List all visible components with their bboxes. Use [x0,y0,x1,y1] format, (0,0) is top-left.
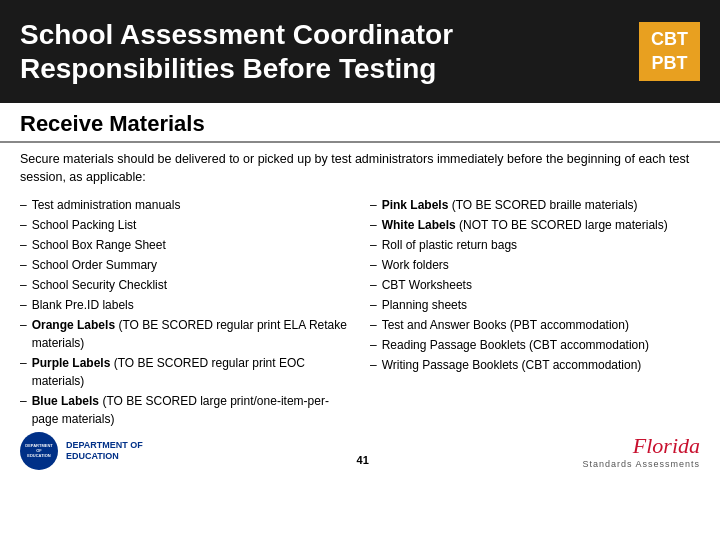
list-item: – Orange Labels (TO BE SCORED regular pr… [20,316,350,352]
list-item: – Test administration manuals [20,196,350,214]
header: School Assessment Coordinator Responsibi… [0,0,720,103]
right-column: – Pink Labels (TO BE SCORED braille mate… [370,196,700,430]
list-item: – School Box Range Sheet [20,236,350,254]
dash-icon: – [20,196,27,214]
section-description: Secure materials should be delivered to … [0,147,720,192]
florida-logo: Florida Standards Assessments [582,433,700,469]
dash-icon: – [20,236,27,254]
dash-icon: – [20,216,27,234]
svg-text:EDUCATION: EDUCATION [27,453,51,458]
edu-logo-svg: DEPARTMENT OF EDUCATION [24,436,54,466]
dash-icon: – [370,316,377,334]
list-item: – Writing Passage Booklets (CBT accommod… [370,356,700,374]
list-item: – Pink Labels (TO BE SCORED braille mate… [370,196,700,214]
dash-icon: – [20,276,27,294]
section-title: Receive Materials [0,103,720,143]
dash-icon: – [370,196,377,214]
education-logo: DEPARTMENT OF EDUCATION [20,432,58,470]
list-item: – Purple Labels (TO BE SCORED regular pr… [20,354,350,390]
list-item: – Roll of plastic return bags [370,236,700,254]
list-item: – Blank Pre.ID labels [20,296,350,314]
list-item: – School Order Summary [20,256,350,274]
dash-icon: – [20,296,27,314]
dash-icon: – [370,276,377,294]
list-item: – School Packing List [20,216,350,234]
footer-left: DEPARTMENT OF EDUCATION DEPARTMENT OFEDU… [20,432,143,470]
page-number: 41 [357,454,369,466]
dash-icon: – [370,216,377,234]
dash-icon: – [370,336,377,354]
dash-icon: – [370,296,377,314]
dash-icon: – [370,256,377,274]
dash-icon: – [20,354,27,372]
footer: DEPARTMENT OF EDUCATION DEPARTMENT OFEDU… [0,430,720,470]
list-item: – Reading Passage Booklets (CBT accommod… [370,336,700,354]
list-item: – Work folders [370,256,700,274]
dash-icon: – [370,356,377,374]
left-column: – Test administration manuals – School P… [20,196,350,430]
list-item: – Planning sheets [370,296,700,314]
list-item: – School Security Checklist [20,276,350,294]
content-area: – Test administration manuals – School P… [0,192,720,430]
dash-icon: – [20,256,27,274]
cbt-pbt-badge: CBT PBT [639,22,700,81]
dash-icon: – [20,392,27,410]
dash-icon: – [20,316,27,334]
list-item: – Test and Answer Books (PBT accommodati… [370,316,700,334]
standards-label: Standards Assessments [582,459,700,469]
list-item: – CBT Worksheets [370,276,700,294]
dash-icon: – [370,236,377,254]
list-item: – Blue Labels (TO BE SCORED large print/… [20,392,350,428]
page-title: School Assessment Coordinator Responsibi… [20,18,453,85]
list-item: – White Labels (NOT TO BE SCORED large m… [370,216,700,234]
education-label: DEPARTMENT OFEDUCATION [66,440,143,463]
florida-label: Florida [633,433,700,459]
